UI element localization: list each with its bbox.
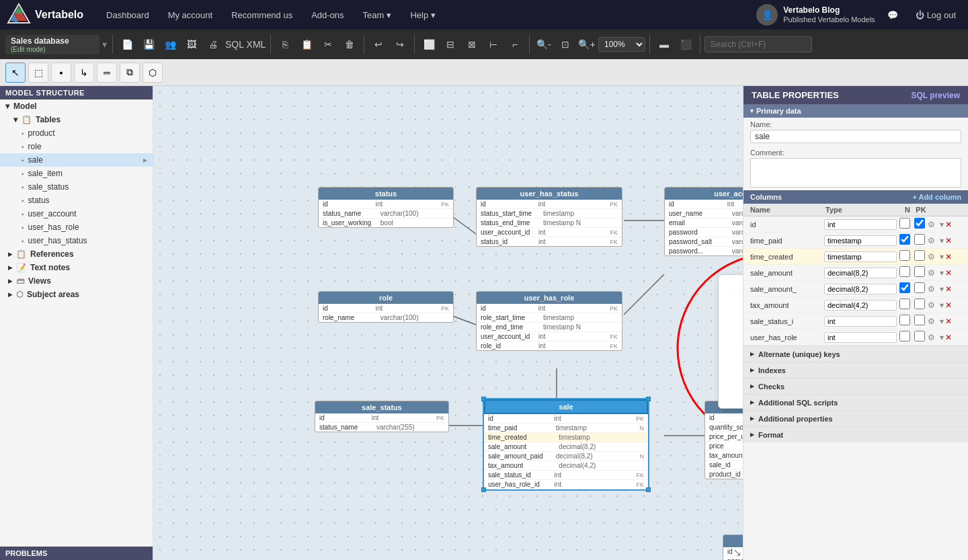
png-export-button[interactable]: 🖼 bbox=[182, 34, 202, 54]
additional-props-header[interactable]: ▸ Additional properties bbox=[743, 411, 968, 426]
references-group[interactable]: ▸ 📋 References bbox=[0, 247, 153, 261]
col-del-timecreated[interactable]: ✕ bbox=[945, 252, 952, 262]
delete-button[interactable]: 🗑 bbox=[339, 34, 360, 54]
table-user-has-role-node[interactable]: user_has_role idintPK role_start_timetim… bbox=[476, 291, 622, 351]
table-status[interactable]: ▪ status bbox=[0, 194, 153, 207]
select-button[interactable]: ⬜ bbox=[419, 34, 439, 54]
cursor-tool[interactable]: ↖ bbox=[5, 63, 26, 83]
logo[interactable]: Vertabelo bbox=[7, 3, 83, 27]
comment-textarea[interactable] bbox=[750, 158, 961, 188]
table-user-has-role[interactable]: ▪ user_has_role bbox=[0, 221, 153, 234]
db-title-dropdown[interactable]: ▾ bbox=[101, 39, 108, 50]
format-header[interactable]: ▸ Format bbox=[743, 427, 968, 442]
col-gear-salestatusid[interactable]: ⚙ bbox=[928, 317, 938, 326]
col-type-saleamountpaid[interactable] bbox=[824, 284, 897, 294]
table-user-has-status-node[interactable]: user_has_status idintPK status_start_tim… bbox=[476, 187, 622, 247]
print-button[interactable]: 🖨 bbox=[203, 34, 223, 54]
col-type-saleamount[interactable] bbox=[824, 268, 897, 278]
relation-tool[interactable]: ↳ bbox=[74, 63, 94, 83]
table-status-node[interactable]: status idintPK status_namevarchar(100) i… bbox=[318, 187, 454, 228]
nav-recommend[interactable]: Recommend us bbox=[222, 0, 302, 30]
add-column-button[interactable]: + Add column bbox=[912, 193, 961, 201]
col-type-timepaid[interactable] bbox=[824, 235, 897, 246]
col-type-salestatusid[interactable] bbox=[824, 316, 897, 327]
col-type-id[interactable] bbox=[824, 219, 897, 230]
col-pk-salestatusid[interactable] bbox=[914, 315, 925, 325]
tables-group[interactable]: ▾ 📋 Tables bbox=[0, 113, 153, 126]
sql-button[interactable]: SQL bbox=[225, 34, 245, 54]
col-del-taxamount[interactable]: ✕ bbox=[945, 301, 952, 310]
col-gear-userhasrole[interactable]: ⚙ bbox=[928, 333, 938, 342]
col-gear-timepaid[interactable]: ⚙ bbox=[928, 236, 938, 245]
col-del-id[interactable]: ✕ bbox=[945, 220, 952, 229]
align-left-button[interactable]: ⊟ bbox=[440, 34, 460, 54]
redo-button[interactable]: ↪ bbox=[390, 34, 410, 54]
col-pk-id[interactable] bbox=[914, 218, 925, 229]
cut-button[interactable]: ✂ bbox=[318, 34, 338, 54]
col-n-timepaid[interactable] bbox=[899, 234, 910, 245]
undo-button[interactable]: ↩ bbox=[368, 34, 389, 54]
canvas-area[interactable]: status idintPK status_namevarchar(100) i… bbox=[153, 86, 743, 560]
table-sale-status-node[interactable]: sale_status idintPK status_namevarchar(2… bbox=[315, 401, 449, 432]
table-sale-item-node[interactable]: sale_item idintPK quantity_solddecimal(8… bbox=[704, 401, 743, 479]
nav-blog[interactable]: 👤 Vertabelo Blog Published Vertabelo Mod… bbox=[756, 4, 875, 26]
note-tool[interactable]: ⬡ bbox=[143, 63, 163, 83]
col-del-salestatusid[interactable]: ✕ bbox=[945, 317, 952, 326]
nav-help[interactable]: Help ▾ bbox=[401, 0, 445, 30]
table-user-account[interactable]: ▪ user_account bbox=[0, 207, 153, 221]
table-tool[interactable]: ▪ bbox=[51, 63, 71, 83]
name-input[interactable] bbox=[750, 130, 961, 143]
alternate-keys-header[interactable]: ▸ Alternate (unique) keys bbox=[743, 346, 968, 362]
col-gear-taxamount[interactable]: ⚙ bbox=[928, 301, 938, 310]
col-n-saleamount[interactable] bbox=[899, 266, 910, 277]
nav-team[interactable]: Team ▾ bbox=[354, 0, 401, 30]
col-gear-id[interactable]: ⚙ bbox=[928, 220, 938, 229]
col-del-saleamount[interactable]: ✕ bbox=[945, 268, 952, 278]
col-del-userhasrole[interactable]: ✕ bbox=[945, 333, 952, 342]
textnotes-group[interactable]: ▸ 📝 Text notes bbox=[0, 261, 153, 274]
col-up-timepaid[interactable]: ▾ bbox=[940, 236, 944, 245]
problems-bar[interactable]: PROBLEMS bbox=[0, 547, 153, 560]
db-title[interactable]: Sales database (Edit mode) bbox=[5, 35, 99, 54]
sql-preview-button[interactable]: SQL preview bbox=[912, 91, 960, 100]
col-gear-saleamountpaid[interactable]: ⚙ bbox=[928, 284, 938, 294]
align-center-button[interactable]: ⊠ bbox=[462, 34, 482, 54]
zoom-fit-button[interactable]: ⊡ bbox=[555, 34, 575, 54]
search-input[interactable] bbox=[704, 36, 812, 52]
additional-sql-header[interactable]: ▸ Additional SQL scripts bbox=[743, 395, 968, 410]
share-button[interactable]: 👥 bbox=[160, 34, 180, 54]
col-pk-saleamountpaid[interactable] bbox=[914, 282, 925, 293]
new-file-button[interactable]: 📄 bbox=[117, 34, 137, 54]
col-type-userhasrole[interactable] bbox=[824, 332, 897, 343]
table-product[interactable]: ▪ product bbox=[0, 126, 153, 140]
col-up-taxamount[interactable]: ▾ bbox=[940, 301, 944, 310]
chat-button[interactable]: 💬 bbox=[882, 10, 903, 20]
col-up-salestatusid[interactable]: ▾ bbox=[940, 317, 944, 326]
view-split-button[interactable]: ⬛ bbox=[676, 34, 696, 54]
table-user-account-node[interactable]: user_account idintPK user_namevarchar(10… bbox=[664, 187, 743, 256]
col-pk-taxamount[interactable] bbox=[914, 298, 925, 309]
col-type-taxamount[interactable] bbox=[824, 300, 897, 311]
checks-header[interactable]: ▸ Checks bbox=[743, 378, 968, 394]
col-up-saleamountpaid[interactable]: ▾ bbox=[940, 284, 944, 294]
col-n-taxamount[interactable] bbox=[899, 298, 910, 309]
col-up-userhasrole[interactable]: ▾ bbox=[940, 333, 944, 342]
ref-tool[interactable]: ═ bbox=[97, 63, 117, 83]
zoom-out-button[interactable]: 🔍- bbox=[534, 34, 554, 54]
model-group[interactable]: ▾ Model bbox=[0, 99, 153, 113]
table-sale-status[interactable]: ▪ sale_status bbox=[0, 180, 153, 194]
col-n-salestatusid[interactable] bbox=[899, 315, 910, 325]
col-pk-timepaid[interactable] bbox=[914, 234, 925, 245]
save-button[interactable]: 💾 bbox=[138, 34, 159, 54]
copy-table-tool[interactable]: ⧉ bbox=[120, 63, 140, 83]
nav-dashboard[interactable]: Dashboard bbox=[97, 0, 159, 30]
copy-button[interactable]: ⎘ bbox=[275, 34, 295, 54]
col-up-id[interactable]: ▾ bbox=[940, 220, 944, 229]
connect-button[interactable]: ⊢ bbox=[483, 34, 503, 54]
nav-addons[interactable]: Add-ons bbox=[302, 0, 353, 30]
indexes-header[interactable]: ▸ Indexes bbox=[743, 362, 968, 378]
select-area-tool[interactable]: ⬚ bbox=[28, 63, 48, 83]
col-n-saleamountpaid[interactable] bbox=[899, 282, 910, 293]
logout-button[interactable]: ⏻ Log out bbox=[910, 10, 961, 20]
zoom-in-button[interactable]: 🔍+ bbox=[577, 34, 597, 54]
